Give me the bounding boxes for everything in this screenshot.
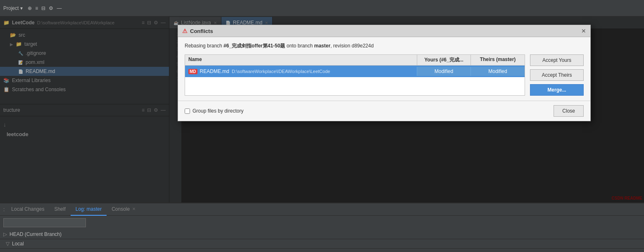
tab-log-master-label: Log: master	[76, 206, 102, 212]
tab-shelf[interactable]: Shelf	[49, 203, 70, 216]
dialog-footer: Group files by directory Close	[178, 101, 590, 121]
dialog-title: ⚠ Conflicts	[182, 28, 213, 34]
git-head-item: ▷ HEAD (Current Branch)	[0, 230, 644, 239]
tab-shelf-label: Shelf	[54, 206, 65, 212]
top-toolbar: Project ▾ ⊕ ≡ ⊟ ⚙ —	[0, 0, 644, 16]
collapse-icon[interactable]: ⊟	[41, 5, 45, 11]
conflict-table-header: Name Yours (#6_完成... Theirs (master)	[185, 55, 525, 66]
tab-local-changes-label: Local Changes	[11, 206, 44, 212]
file-type-badge: MD	[188, 69, 197, 74]
conflict-yours-status: Modified	[417, 67, 471, 76]
git-local-label: Local	[12, 241, 24, 247]
dialog-body: Rebasing branch #6_完成剑指offer第41-50题 onto…	[178, 37, 590, 101]
conflict-icon: ⚠	[182, 28, 188, 34]
accept-yours-button[interactable]: Accept Yours	[530, 54, 584, 66]
conflict-file-name: README.md	[200, 68, 229, 74]
tab-console-label: Console	[112, 206, 130, 212]
expand-icon[interactable]: ≡	[35, 5, 38, 11]
desc-before: Rebasing branch	[185, 43, 223, 49]
conflict-description: Rebasing branch #6_完成剑指offer第41-50题 onto…	[185, 42, 584, 49]
settings-icon[interactable]: ⚙	[49, 5, 53, 11]
dialog-title-label: Conflicts	[190, 28, 213, 34]
project-dropdown[interactable]: Project ▾	[3, 5, 23, 11]
conflicts-dialog: ⚠ Conflicts ✕ Rebasing branch #6_完成剑指off…	[178, 25, 591, 121]
tab-console-close[interactable]: ✕	[132, 207, 135, 211]
conflict-file-name-cell: MD README.md D:\softwareWorkplace\IDEAWo…	[185, 67, 417, 76]
col-name-header: Name	[185, 55, 417, 65]
ide-background: Project ▾ ⊕ ≡ ⊟ ⚙ — ☕ ListNode.java ✕ 📄 …	[0, 0, 644, 252]
branch-name: #6_完成剑指offer第41-50题	[223, 43, 285, 49]
dialog-titlebar: ⚠ Conflicts ✕	[178, 25, 590, 37]
group-by-directory-checkbox-label[interactable]: Group files by directory	[185, 108, 243, 114]
tab-console[interactable]: Console ✕	[107, 203, 140, 216]
desc-end: , revision d89e224d	[330, 43, 374, 49]
conflict-table-wrapper: Name Yours (#6_完成... Theirs (master) MD …	[185, 54, 584, 96]
git-head-chevron-icon: ▷	[3, 231, 7, 237]
dialog-overlay: ⚠ Conflicts ✕ Rebasing branch #6_完成剑指off…	[0, 16, 644, 203]
conflict-file-row[interactable]: MD README.md D:\softwareWorkplace\IDEAWo…	[185, 66, 525, 77]
git-commit-row: Merge branch 九章 'readme into master orig…	[0, 249, 644, 252]
conflict-table: Name Yours (#6_完成... Theirs (master) MD …	[185, 54, 525, 96]
conflict-file-path: D:\softwareWorkplace\IDEAWorkplace\LeetC…	[232, 69, 330, 74]
git-search-input[interactable]	[3, 218, 86, 227]
dialog-close-button[interactable]: ✕	[581, 28, 586, 34]
bottom-content	[0, 216, 644, 230]
conflict-action-buttons: Accept Yours Accept Theirs Merge...	[530, 54, 584, 96]
tab-local-changes[interactable]: Local Changes	[6, 203, 49, 216]
git-local-item: ▽ Local	[0, 239, 644, 249]
git-local-chevron-icon: ▽	[6, 241, 10, 247]
col-theirs-header: Theirs (master)	[471, 55, 525, 65]
group-by-directory-label: Group files by directory	[192, 108, 243, 114]
desc-middle: onto branch	[285, 43, 314, 49]
conflict-theirs-status: Modified	[471, 67, 525, 76]
target-branch: master	[314, 43, 330, 49]
bottom-prefix-icon: :	[3, 207, 6, 212]
tab-log-master[interactable]: Log: master	[71, 203, 107, 216]
git-head-label: HEAD (Current Branch)	[10, 231, 62, 237]
project-label: Project	[3, 5, 19, 11]
git-graph-svg	[3, 250, 20, 252]
accept-theirs-button[interactable]: Accept Theirs	[530, 69, 584, 81]
add-icon[interactable]: ⊕	[28, 5, 32, 11]
close-dialog-button[interactable]: Close	[554, 105, 584, 117]
toolbar-icons: ⊕ ≡ ⊟ ⚙ —	[28, 5, 62, 11]
bottom-tabs: : Local Changes Shelf Log: master Consol…	[0, 203, 644, 216]
col-yours-header: Yours (#6_完成...	[417, 55, 471, 65]
minimize-icon[interactable]: —	[57, 5, 62, 11]
merge-button[interactable]: Merge...	[530, 84, 584, 96]
bottom-panel: : Local Changes Shelf Log: master Consol…	[0, 203, 644, 252]
group-by-directory-checkbox[interactable]	[185, 108, 190, 114]
project-chevron-icon: ▾	[20, 5, 23, 11]
